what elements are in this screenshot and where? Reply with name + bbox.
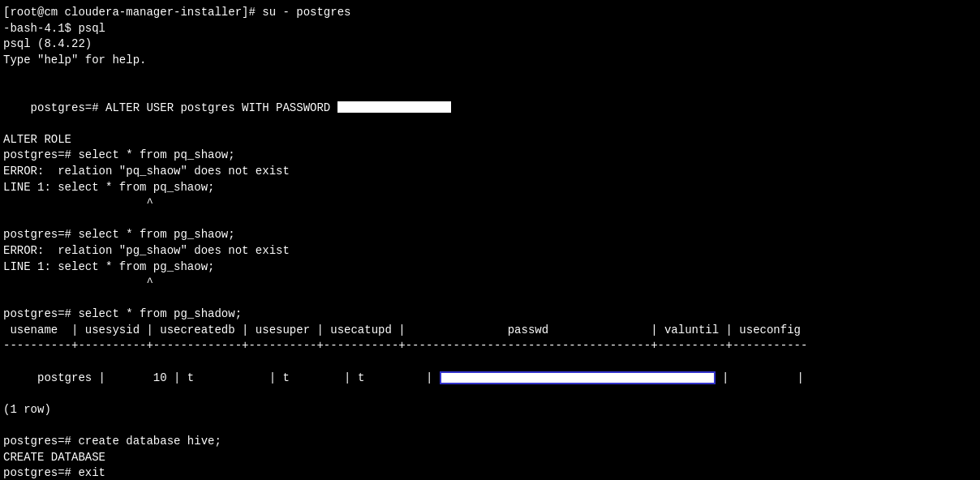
line-empty-4 [3,418,977,434]
line-caret-pg1: ^ [3,275,977,291]
line-select-pg1: postgres=# select * from pg_shaow; [3,227,977,243]
line-exit-1: postgres=# exit [3,465,977,480]
line-empty-1 [3,68,977,84]
line-error-pq1: ERROR: relation "pq_shaow" does not exis… [3,164,977,180]
line-create-db: postgres=# create database hive; [3,434,977,450]
line-alter-user: postgres=# ALTER USER postgres WITH PASS… [3,84,977,132]
line-table-divider: ----------+----------+-------------+----… [3,338,977,354]
table-data-suffix: | | [716,371,804,384]
line-empty-3 [3,291,977,307]
line-psql-version: psql (8.4.22) [3,36,977,53]
line-root-prompt: [root@cm cloudera-manager-installer]# su… [3,5,977,21]
line-row-count: (1 row) [3,402,977,418]
terminal: [root@cm cloudera-manager-installer]# su… [0,0,980,480]
line-empty-2 [3,212,977,228]
line-table-header: usename | usesysid | usecreatedb | usesu… [3,323,977,339]
line-select-pg-shadow: postgres=# select * from pg_shadow; [3,306,977,323]
line-line1-pq1: LINE 1: select * from pq_shaow; [3,180,977,196]
line-caret-pq1: ^ [3,195,977,212]
line-table-data: postgres | 10 | t | t | t | | | [3,354,977,402]
table-data-prefix: postgres | 10 | t | t | t | [31,371,440,384]
line-bash-psql: -bash-4.1$ psql [3,21,977,37]
passwd-redacted [440,371,716,384]
password-redacted-1 [337,101,451,113]
line-line1-pg1: LINE 1: select * from pg_shaow; [3,259,977,276]
line-error-pg1: ERROR: relation "pg_shaow" does not exis… [3,243,977,259]
alter-user-prefix: postgres=# ALTER USER postgres WITH PASS… [31,101,337,114]
line-create-db-result: CREATE DATABASE [3,450,977,466]
line-alter-role: ALTER ROLE [3,132,977,148]
line-psql-help: Type "help" for help. [3,53,977,69]
line-select-pq1: postgres=# select * from pq_shaow; [3,148,977,164]
